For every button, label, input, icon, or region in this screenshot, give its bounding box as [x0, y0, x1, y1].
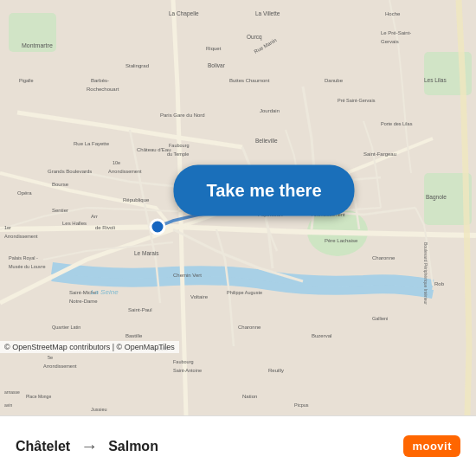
svg-text:Faubourg: Faubourg	[173, 359, 194, 364]
svg-text:Arrondissement: Arrondissement	[43, 363, 77, 369]
svg-text:Bourse: Bourse	[52, 182, 69, 187]
svg-text:Château d'Eau: Château d'Eau	[137, 147, 171, 152]
svg-text:Hoche: Hoche	[385, 11, 401, 16]
svg-text:Bolivar: Bolivar	[208, 62, 226, 68]
to-station: Salmon	[108, 439, 158, 454]
svg-text:10e: 10e	[113, 160, 120, 165]
svg-text:Pré Saint-Gervais: Pré Saint-Gervais	[338, 98, 376, 103]
svg-text:Quartier Latin: Quartier Latin	[52, 325, 80, 330]
svg-text:Le Marais: Le Marais	[134, 250, 159, 256]
moovit-badge: moovit	[403, 435, 460, 457]
svg-text:Rue La Fayette: Rue La Fayette	[74, 141, 110, 146]
svg-text:Riquet: Riquet	[206, 46, 222, 51]
svg-text:Charonne: Charonne	[238, 325, 261, 330]
svg-text:Charonne: Charonne	[372, 255, 396, 261]
from-station: Châtelet	[16, 439, 70, 454]
svg-text:Saint-Fargeau: Saint-Fargeau	[363, 151, 396, 157]
svg-text:avin: avin	[4, 402, 12, 408]
svg-text:Bastille: Bastille	[125, 333, 143, 338]
svg-text:Jussieu: Jussieu	[91, 407, 107, 412]
svg-text:Paris Gare du Nord: Paris Gare du Nord	[160, 113, 205, 118]
svg-text:du Temple: du Temple	[167, 151, 189, 157]
svg-text:Montmartre: Montmartre	[22, 42, 53, 48]
svg-text:Ourcq: Ourcq	[247, 34, 262, 41]
cta-button-container: Take me there	[173, 165, 354, 216]
svg-text:Arrondissement: Arrondissement	[108, 169, 142, 174]
svg-text:Grands Boulevards: Grands Boulevards	[48, 169, 92, 174]
svg-text:arnasse: arnasse	[4, 389, 20, 395]
svg-text:Arr: Arr	[91, 214, 98, 219]
svg-text:Les Lilas: Les Lilas	[424, 77, 447, 83]
svg-text:La Villette: La Villette	[255, 10, 280, 16]
svg-text:Jourdain: Jourdain	[260, 108, 280, 113]
svg-text:Opéra: Opéra	[17, 190, 32, 196]
svg-text:Barbès-: Barbès-	[91, 78, 109, 83]
svg-text:1er: 1er	[4, 225, 11, 230]
svg-text:Père Lachaise: Père Lachaise	[325, 238, 358, 243]
svg-text:Buzerval: Buzerval	[312, 333, 331, 338]
svg-text:Les Halles: Les Halles	[62, 221, 87, 226]
svg-text:Nation: Nation	[242, 394, 257, 399]
bottom-bar: Châtelet → Salmon moovit	[0, 415, 476, 476]
map-attribution: © OpenStreetMap contributors | © OpenMap…	[0, 341, 179, 353]
svg-text:Gervais: Gervais	[381, 39, 399, 44]
svg-text:Danube: Danube	[325, 78, 344, 83]
map-container: Montmartre Rue La Fayette Opéra Grands B…	[0, 0, 476, 415]
moovit-logo: moovit	[403, 435, 460, 457]
svg-text:Philippe Auguste: Philippe Auguste	[227, 290, 262, 295]
svg-text:Notre-Dame: Notre-Dame	[69, 299, 98, 304]
svg-text:Palais Royal -: Palais Royal -	[9, 255, 38, 261]
svg-text:Voltaire: Voltaire	[190, 294, 209, 299]
svg-text:Gallieni: Gallieni	[372, 316, 388, 321]
svg-text:Rochechouart: Rochechouart	[87, 87, 119, 92]
take-me-there-button[interactable]: Take me there	[173, 165, 354, 216]
svg-text:Buttes Chaumont: Buttes Chaumont	[229, 78, 270, 83]
svg-text:Reuilly: Reuilly	[268, 368, 284, 373]
svg-text:5e: 5e	[48, 355, 53, 360]
svg-text:Place Monge: Place Monge	[26, 394, 51, 399]
arrow-icon: →	[80, 436, 98, 456]
svg-text:La Seine: La Seine	[91, 288, 119, 296]
svg-text:Sentier: Sentier	[52, 208, 68, 213]
svg-text:Porte des Lilas: Porte des Lilas	[381, 121, 413, 126]
app: Montmartre Rue La Fayette Opéra Grands B…	[0, 0, 476, 476]
svg-text:Stalingrad: Stalingrad	[125, 63, 149, 68]
svg-text:Faubourg: Faubourg	[169, 143, 190, 148]
svg-text:Rob: Rob	[434, 281, 445, 286]
attribution-text: © OpenStreetMap contributors | © OpenMap…	[4, 343, 175, 351]
svg-text:Musée du Louvre: Musée du Louvre	[9, 264, 46, 269]
svg-text:Arrondissement: Arrondissement	[4, 234, 38, 239]
svg-text:Belleville: Belleville	[255, 138, 278, 144]
svg-text:Saint-Paul: Saint-Paul	[128, 307, 152, 312]
svg-text:Bagnole: Bagnole	[426, 194, 447, 201]
svg-text:République: République	[123, 197, 150, 203]
svg-text:Pigalle: Pigalle	[19, 78, 34, 83]
svg-text:Boulevard Périphérique Intérie: Boulevard Périphérique Intérieur	[423, 242, 428, 305]
svg-text:Chemin Vert: Chemin Vert	[173, 273, 202, 278]
svg-text:Picpus: Picpus	[294, 402, 309, 408]
svg-text:Saint-Antoine: Saint-Antoine	[173, 368, 202, 373]
svg-text:de Rivoli: de Rivoli	[95, 225, 115, 230]
svg-text:Le Pré-Saint-: Le Pré-Saint-	[381, 30, 411, 35]
svg-text:La Chapelle: La Chapelle	[169, 10, 199, 17]
svg-point-82	[151, 220, 164, 234]
